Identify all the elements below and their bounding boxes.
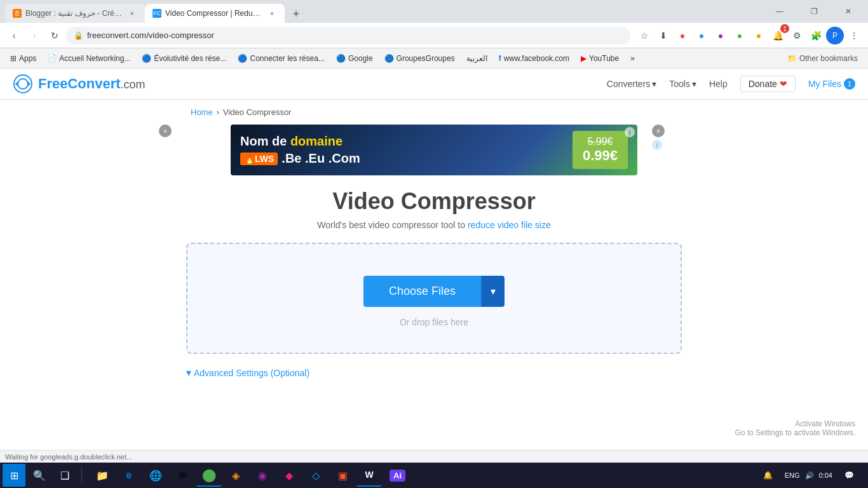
action-center-button[interactable]: 💬: [837, 464, 860, 487]
forward-button[interactable]: ›: [25, 27, 43, 44]
taskbar-app10[interactable]: ▣: [330, 464, 355, 487]
ad-banner-container[interactable]: Nom de domaine 🔥LWS .Be .Eu .Com 5.99€ 0…: [231, 125, 637, 175]
maximize-button[interactable]: ❐: [799, 1, 829, 22]
choose-files-button[interactable]: Choose Files: [363, 276, 481, 307]
close-icon-right[interactable]: ×: [652, 125, 665, 137]
breadcrumb-separator: ›: [217, 107, 219, 117]
bookmark-evolutivite[interactable]: 🔵 Évolutivité des rése...: [137, 53, 231, 64]
bookmark-google[interactable]: 🔵 Google: [331, 53, 378, 64]
bookmark-facebook-icon: f: [499, 54, 501, 63]
bookmark-facebook[interactable]: f www.facebook.com: [494, 53, 574, 64]
ad-left: Nom de domaine 🔥LWS .Be .Eu .Com: [240, 134, 360, 166]
tab-1-close[interactable]: ×: [127, 8, 137, 18]
tab-1-favicon: B: [13, 9, 22, 18]
logo-convert: Convert: [67, 76, 120, 92]
language-indicator[interactable]: ENG: [785, 471, 800, 479]
ai-button[interactable]: Ai: [390, 470, 405, 482]
my-files-button[interactable]: My Files 1: [808, 78, 855, 90]
ad-price-new: 0.99€: [583, 147, 618, 164]
bookmark-youtube[interactable]: ▶ YouTube: [576, 53, 624, 64]
start-button[interactable]: ⊞: [3, 464, 25, 487]
back-button[interactable]: ‹: [5, 27, 23, 44]
other-bookmarks-label: Other bookmarks: [799, 54, 858, 63]
taskbar-ie[interactable]: 🌐: [143, 464, 168, 487]
donate-button[interactable]: Donate ❤: [740, 76, 796, 92]
close-button[interactable]: ✕: [834, 1, 863, 22]
taskbar: ⊞ 🔍 ❑ 📁 e 🌐 ✉ ⬤ ◈ ◉ ◆: [0, 463, 868, 488]
notification-center-button[interactable]: 🔔: [757, 464, 780, 487]
app8-icon: ◆: [285, 470, 293, 482]
bookmark-apps-label: Apps: [19, 54, 36, 63]
advanced-settings-toggle[interactable]: ▾ Advanced Settings (Optional): [186, 367, 682, 379]
notification-badge[interactable]: 1 🔔: [769, 27, 787, 44]
volume-icon[interactable]: 🔊: [805, 471, 814, 480]
taskbar-edge[interactable]: e: [116, 464, 142, 487]
taskbar-app6[interactable]: ◈: [223, 464, 248, 487]
site-logo[interactable]: FreeConvert.com: [13, 74, 146, 94]
profile-avatar[interactable]: P: [826, 27, 844, 44]
logo-text: FreeConvert.com: [38, 76, 146, 92]
extension-icon-3[interactable]: ●: [712, 27, 729, 44]
window-controls: — ❐ ✕: [765, 1, 863, 22]
lock-icon: 🔒: [74, 31, 83, 40]
taskbar-explorer[interactable]: 📁: [90, 464, 115, 487]
ad-domains: .Be .Eu .Com: [281, 151, 360, 166]
tab-2[interactable]: FC Video Compressor | Reduce Vide... ×: [145, 4, 285, 23]
task-view-button[interactable]: ❑: [53, 464, 76, 487]
bookmark-more[interactable]: »: [625, 53, 640, 64]
ad-close-left[interactable]: ×: [159, 125, 172, 137]
taskbar-app9[interactable]: ◇: [303, 464, 329, 487]
other-bookmarks[interactable]: 📁 Other bookmarks: [782, 53, 863, 64]
converters-menu[interactable]: Converters ▾: [607, 79, 656, 89]
taskbar-app8[interactable]: ◆: [276, 464, 302, 487]
close-icon-left[interactable]: ×: [159, 125, 172, 137]
taskbar-chrome[interactable]: ⬤: [196, 464, 222, 487]
taskbar-app7[interactable]: ◉: [250, 464, 275, 487]
reload-button[interactable]: ↻: [46, 27, 64, 44]
menu-icon[interactable]: ⋮: [845, 27, 863, 44]
converters-label: Converters: [607, 79, 650, 89]
extension-icon-5[interactable]: ●: [750, 27, 768, 44]
ad-info-icon[interactable]: i: [625, 127, 635, 137]
tab-2-close[interactable]: ×: [267, 8, 277, 18]
edge-icon: e: [126, 470, 132, 481]
bookmark-connecter[interactable]: 🔵 Connecter les résea...: [233, 53, 329, 64]
system-clock[interactable]: 0:04: [819, 471, 832, 480]
bookmark-accueil-label: Accueil Networking...: [59, 54, 130, 63]
taskbar-mail[interactable]: ✉: [170, 464, 195, 487]
bookmark-arabic[interactable]: العربية: [461, 53, 492, 64]
extension-icon-1[interactable]: ●: [674, 27, 691, 44]
tab-1[interactable]: B Blogger : حروف تقنية - Créer un ... ×: [5, 4, 145, 23]
subtitle-link[interactable]: reduce video file size: [468, 220, 551, 230]
ad-price-old: 5.99€: [583, 136, 618, 147]
ad-section: × Nom de domaine 🔥LWS .Be .Eu .Com 5.: [0, 125, 868, 175]
taskbar-word[interactable]: W: [356, 464, 382, 487]
bookmark-groupes[interactable]: 🔵 GroupesGroupes: [379, 53, 460, 64]
explorer-icon: 📁: [96, 470, 109, 482]
puzzle-icon[interactable]: 🧩: [807, 27, 825, 44]
system-tray: 🔔 ENG 🔊 0:04 💬: [757, 464, 865, 487]
minimize-button[interactable]: —: [765, 1, 794, 22]
choose-files-dropdown-button[interactable]: ▾: [481, 276, 505, 307]
ad-close-right[interactable]: × i: [652, 125, 665, 150]
bookmark-arabic-label: العربية: [466, 54, 487, 63]
url-bar[interactable]: 🔒 freeconvert.com/video-compressor: [66, 27, 630, 44]
bookmark-apps[interactable]: ⊞ Apps: [5, 53, 41, 64]
extension-icon-6[interactable]: ⚙: [788, 27, 806, 44]
search-button[interactable]: 🔍: [28, 464, 51, 487]
download-icon[interactable]: ⬇: [654, 27, 672, 44]
new-tab-button[interactable]: +: [287, 5, 305, 23]
extension-icon-4[interactable]: ●: [731, 27, 749, 44]
bookmark-google-icon: 🔵: [336, 54, 346, 63]
drop-zone-text: Or drop files here: [400, 317, 468, 327]
breadcrumb-home[interactable]: Home: [191, 107, 213, 117]
bookmark-facebook-label: www.facebook.com: [504, 54, 569, 63]
bookmark-accueil[interactable]: 📄 Accueil Networking...: [43, 53, 135, 64]
tools-menu[interactable]: Tools ▾: [669, 79, 696, 89]
help-link[interactable]: Help: [709, 79, 728, 89]
bookmark-evolutivite-icon: 🔵: [142, 54, 151, 63]
title-bar: B Blogger : حروف تقنية - Créer un ... × …: [0, 0, 868, 23]
bookmark-icon[interactable]: ☆: [635, 27, 653, 44]
bookmark-groupes-icon: 🔵: [384, 54, 394, 63]
extension-icon-2[interactable]: ●: [693, 27, 710, 44]
